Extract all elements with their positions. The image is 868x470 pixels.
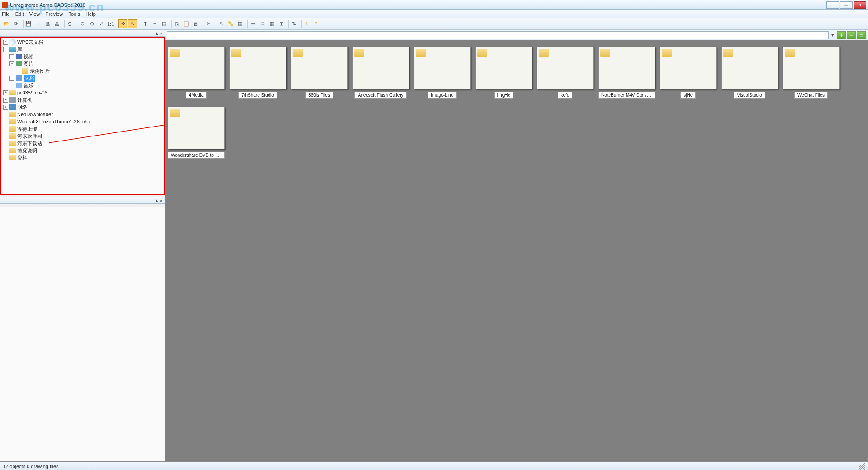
- sort-icon[interactable]: ⇅: [289, 19, 298, 28]
- tree-sample-pic[interactable]: 示例图片: [3, 67, 162, 75]
- separator: [137, 20, 140, 28]
- tree-warcraft[interactable]: Warcraft3FrozenThrone1.26_chs: [3, 118, 162, 125]
- layers-icon[interactable]: ▤: [160, 19, 169, 28]
- folder-item[interactable]: WeChat Files: [783, 47, 840, 99]
- zoom-in-icon[interactable]: ⊕: [87, 19, 96, 28]
- folder-icon: [229, 47, 286, 89]
- pointer-tool-icon[interactable]: ↖: [128, 19, 137, 28]
- print-icon[interactable]: 🖶: [43, 19, 52, 28]
- separator: [21, 20, 24, 28]
- folder-icon: [352, 47, 409, 89]
- left-column: ▴ × +WPS云文档 −库 +视频 −图片 示例图片 +文档 音乐 +pc03…: [0, 30, 165, 461]
- help-icon[interactable]: ?: [311, 19, 321, 28]
- grid-icon[interactable]: ▦: [236, 19, 245, 28]
- tree-video[interactable]: +视频: [3, 53, 162, 60]
- tree-neodl[interactable]: NeoDownloader: [3, 111, 162, 118]
- tile-icon[interactable]: ▦: [267, 19, 276, 28]
- paste-icon[interactable]: 📋: [182, 19, 191, 28]
- folder-item[interactable]: VisualStudio: [721, 47, 778, 99]
- separator: [245, 20, 248, 28]
- menubar: File Edit View Preview Tools Help: [0, 10, 868, 18]
- maximize-button[interactable]: ▭: [840, 1, 853, 9]
- text-tool-icon[interactable]: T: [141, 19, 150, 28]
- tree-network[interactable]: +网络: [3, 103, 162, 111]
- folder-item[interactable]: Wondershare DVD to Flash: [168, 107, 225, 159]
- folder-item[interactable]: sjHc: [660, 47, 717, 99]
- open-icon[interactable]: 📂: [2, 19, 11, 28]
- info-icon[interactable]: ℹ: [33, 19, 42, 28]
- measure-icon[interactable]: 📏: [226, 19, 235, 28]
- path-input[interactable]: [167, 31, 829, 39]
- status-text: 12 objects 0 drawing files: [3, 464, 59, 469]
- status-bar: 12 objects 0 drawing files: [0, 462, 868, 470]
- close-button[interactable]: ✕: [854, 1, 866, 9]
- doc-icon[interactable]: 🗎: [191, 19, 200, 28]
- tree-data[interactable]: 资料: [3, 154, 162, 161]
- tree-music[interactable]: 音乐: [3, 82, 162, 89]
- zoom-out-icon[interactable]: ⊖: [78, 19, 87, 28]
- arrange-icon[interactable]: ⊞: [277, 19, 286, 28]
- zoom-ratio[interactable]: 1:1: [106, 19, 115, 28]
- tree-hddl[interactable]: 河东下载站: [3, 140, 162, 147]
- cursor-icon[interactable]: ↖: [217, 19, 226, 28]
- close-panel-icon[interactable]: ×: [160, 198, 163, 203]
- tree-picture[interactable]: −图片: [3, 60, 162, 67]
- dropdown-icon[interactable]: ▾: [830, 32, 836, 38]
- folder-item[interactable]: NoteBurner M4V Converter: [598, 47, 655, 99]
- tree-situation[interactable]: 情况说明: [3, 147, 162, 154]
- tree-pending[interactable]: 等待上传: [3, 125, 162, 132]
- menu-preview[interactable]: Preview: [45, 11, 63, 17]
- folder-item[interactable]: ImgHc: [475, 47, 532, 99]
- tree-wps[interactable]: +WPS云文档: [3, 38, 162, 46]
- menu-help[interactable]: Help: [85, 11, 96, 17]
- cut-icon[interactable]: ✂: [204, 19, 213, 28]
- collapse-icon[interactable]: ▴: [156, 197, 158, 203]
- folder-item[interactable]: 360js Files: [291, 47, 348, 99]
- menu-tools[interactable]: Tools: [68, 11, 80, 17]
- titlebar: www.pc0359.cn Unregistered Acme CADSee 2…: [0, 0, 868, 10]
- folder-icon: [783, 47, 840, 89]
- folder-item[interactable]: Image-Line: [414, 47, 471, 99]
- folder-item[interactable]: Aneesoft Flash Gallery: [352, 47, 409, 99]
- select-tool[interactable]: S: [65, 19, 74, 28]
- minimize-button[interactable]: —: [826, 1, 839, 9]
- print-preview-icon[interactable]: 🖶: [52, 19, 61, 28]
- save-icon[interactable]: 💾: [24, 19, 33, 28]
- tree-pc0359[interactable]: +pc0359.cn-06: [3, 89, 162, 96]
- collapse-icon[interactable]: ▴: [156, 30, 158, 36]
- folder-icon: [168, 47, 225, 89]
- separator: [286, 20, 289, 28]
- zoom-fit-icon[interactable]: ⤢: [97, 19, 106, 28]
- zoom-fit-button[interactable]: =: [857, 31, 866, 39]
- separator: [115, 20, 118, 28]
- folder-item[interactable]: kefo: [537, 47, 594, 99]
- tree-hdsoft[interactable]: 河东软件园: [3, 132, 162, 140]
- hspace-icon[interactable]: ⇔: [248, 19, 257, 28]
- folder-item[interactable]: 4Media: [168, 47, 225, 99]
- preview-panel: [0, 207, 165, 461]
- folder-icon: [598, 47, 655, 89]
- menu-view[interactable]: View: [29, 11, 40, 17]
- close-panel-icon[interactable]: ×: [160, 31, 163, 36]
- vspace-icon[interactable]: ⇕: [258, 19, 267, 28]
- list-icon[interactable]: ≡: [150, 19, 159, 28]
- folder-tree-panel: +WPS云文档 −库 +视频 −图片 示例图片 +文档 音乐 +pc0359.c…: [0, 37, 165, 195]
- menu-file[interactable]: File: [2, 11, 10, 17]
- pan-tool-icon[interactable]: ✥: [118, 19, 127, 28]
- app-icon: [2, 2, 8, 8]
- folder-item[interactable]: 7thShare Studio: [229, 47, 286, 99]
- copy-icon[interactable]: ⎘: [172, 19, 181, 28]
- refresh-icon[interactable]: ⟳: [11, 19, 20, 28]
- resize-grip[interactable]: [859, 463, 865, 470]
- path-bar: ▾ + − =: [165, 30, 868, 40]
- tree-library[interactable]: −库: [3, 46, 162, 53]
- zoom-out-button[interactable]: −: [847, 31, 856, 39]
- tree-document[interactable]: +文档: [3, 75, 162, 82]
- tree-panel-header: ▴ ×: [0, 30, 165, 37]
- menu-edit[interactable]: Edit: [15, 11, 24, 17]
- folder-tree[interactable]: +WPS云文档 −库 +视频 −图片 示例图片 +文档 音乐 +pc0359.c…: [1, 38, 164, 162]
- zoom-in-button[interactable]: +: [837, 31, 846, 39]
- folder-icon: [414, 47, 471, 89]
- tree-computer[interactable]: +计算机: [3, 96, 162, 103]
- warning-icon[interactable]: ⚠: [302, 19, 311, 28]
